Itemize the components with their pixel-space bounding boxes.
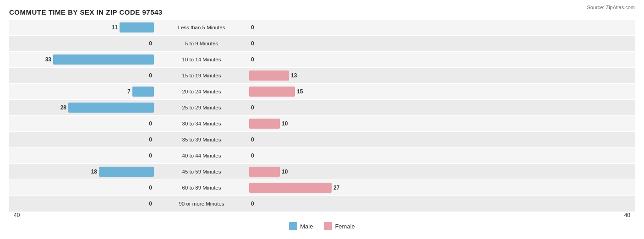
female-value: 0: [251, 56, 254, 63]
row-label: 15 to 19 Minutes: [156, 73, 247, 78]
male-label: Male: [300, 223, 313, 230]
table-row: 015 to 19 Minutes13: [9, 68, 635, 83]
male-bar: [132, 87, 154, 97]
row-label: 5 to 9 Minutes: [156, 41, 247, 46]
female-value: 27: [333, 185, 339, 191]
female-value: 15: [297, 88, 303, 95]
table-row: 11Less than 5 Minutes0: [9, 20, 635, 35]
male-swatch: [289, 222, 297, 230]
table-row: 040 to 44 Minutes0: [9, 148, 635, 163]
female-value: 0: [251, 40, 254, 47]
male-value: 0: [149, 136, 152, 143]
legend-female: Female: [324, 222, 355, 230]
row-label: 40 to 44 Minutes: [156, 153, 247, 158]
female-bar: [249, 183, 332, 193]
row-label: Less than 5 Minutes: [156, 25, 247, 30]
table-row: 090 or more Minutes0: [9, 196, 635, 212]
chart-container: COMMUTE TIME BY SEX IN ZIP CODE 97543 So…: [0, 0, 644, 239]
chart-area: 11Less than 5 Minutes005 to 9 Minutes033…: [9, 20, 635, 212]
axis-labels: 40 40: [9, 212, 635, 219]
chart-title: COMMUTE TIME BY SEX IN ZIP CODE 97543: [9, 8, 635, 16]
female-value: 10: [282, 120, 288, 127]
male-bar: [99, 167, 154, 177]
female-label: Female: [335, 223, 355, 230]
male-value: 33: [45, 56, 51, 63]
male-value: 11: [112, 24, 118, 31]
female-value: 0: [251, 152, 254, 159]
legend: Male Female: [9, 222, 635, 230]
table-row: 05 to 9 Minutes0: [9, 36, 635, 51]
female-bar: [249, 119, 280, 129]
male-value: 18: [91, 168, 97, 175]
female-value: 10: [282, 168, 288, 175]
female-bar: [249, 87, 295, 97]
male-value: 0: [149, 40, 152, 47]
table-row: 060 to 89 Minutes27: [9, 180, 635, 196]
female-value: 0: [251, 201, 254, 207]
row-label: 20 to 24 Minutes: [156, 89, 247, 94]
male-value: 0: [149, 152, 152, 159]
row-label: 35 to 39 Minutes: [156, 137, 247, 142]
male-value: 7: [127, 88, 131, 95]
legend-male: Male: [289, 222, 313, 230]
male-value: 0: [149, 72, 152, 79]
table-row: 720 to 24 Minutes15: [9, 84, 635, 99]
source-label: Source: ZipAtlas.com: [587, 5, 635, 10]
axis-left-label: 40: [9, 212, 156, 218]
female-value: 0: [251, 24, 254, 31]
male-bar: [53, 54, 154, 65]
axis-right-label: 40: [247, 212, 635, 218]
female-value: 0: [251, 136, 254, 143]
male-value: 28: [60, 104, 66, 111]
row-label: 30 to 34 Minutes: [156, 121, 247, 126]
row-label: 60 to 89 Minutes: [156, 185, 247, 190]
row-label: 90 or more Minutes: [156, 201, 247, 206]
male-value: 0: [149, 120, 152, 127]
table-row: 3310 to 14 Minutes0: [9, 52, 635, 67]
male-bar: [120, 22, 154, 33]
male-bar: [68, 103, 154, 113]
female-bar: [249, 167, 280, 177]
female-swatch: [324, 222, 332, 230]
table-row: 2825 to 29 Minutes0: [9, 100, 635, 115]
female-bar: [249, 71, 289, 81]
female-value: 0: [251, 104, 254, 111]
table-row: 030 to 34 Minutes10: [9, 116, 635, 131]
table-row: 035 to 39 Minutes0: [9, 132, 635, 147]
row-label: 10 to 14 Minutes: [156, 57, 247, 62]
male-value: 0: [149, 185, 152, 191]
female-value: 13: [291, 72, 297, 79]
table-row: 1845 to 59 Minutes10: [9, 164, 635, 179]
row-label: 45 to 59 Minutes: [156, 169, 247, 174]
row-label: 25 to 29 Minutes: [156, 105, 247, 110]
male-value: 0: [149, 201, 152, 207]
